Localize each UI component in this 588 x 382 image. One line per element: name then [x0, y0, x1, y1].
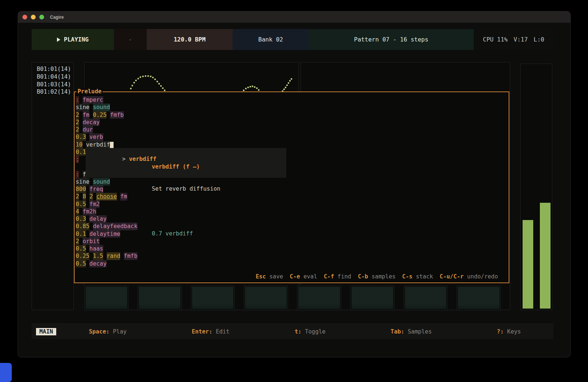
mode-badge: MAIN	[36, 328, 56, 335]
code-token: :	[76, 171, 79, 178]
editor-title: Prelude	[76, 88, 103, 95]
zoom-window-button[interactable]	[39, 15, 44, 19]
code-token: fm	[120, 193, 127, 200]
step-cell[interactable]	[457, 286, 500, 310]
code-token: fm2	[89, 201, 100, 208]
code-line: 0.5 fm2	[76, 201, 508, 208]
doc-spacer	[152, 208, 220, 215]
code-token: dur	[83, 126, 93, 133]
hint-key: Esc	[256, 273, 266, 280]
dock-item[interactable]	[0, 363, 12, 382]
bank-value: Bank 02	[258, 36, 283, 43]
code-token	[117, 193, 120, 200]
play-state-label: PLAYING	[64, 36, 89, 43]
close-window-button[interactable]	[22, 15, 27, 19]
code-line: sine sound	[76, 178, 508, 185]
code-line: 0.3 delay	[76, 215, 508, 223]
step-cell[interactable]	[191, 286, 234, 310]
hint-key: C-b	[358, 273, 368, 280]
code-token	[83, 141, 86, 148]
code-token	[86, 201, 89, 208]
doc-example: 0.7 verbdiff	[152, 230, 220, 237]
scope-dot	[130, 88, 132, 89]
pattern-slot[interactable]: B01:03(14)	[37, 81, 74, 89]
scope-dot	[250, 86, 251, 87]
code-token	[86, 193, 89, 200]
pattern-display[interactable]: Pattern 07 - 16 steps	[309, 29, 474, 50]
scope-dot	[145, 75, 146, 77]
hint-label: stack	[416, 273, 433, 280]
code-token: delayfeedback	[93, 223, 137, 230]
desktop: Cagire PLAYING - 120.0 BPM Bank 02 Patte…	[0, 0, 588, 382]
code-token: sine	[76, 178, 89, 185]
play-state-indicator[interactable]: PLAYING	[32, 29, 114, 50]
code-line: sine sound	[76, 104, 508, 111]
code-token: 0.85	[76, 223, 89, 230]
code-token	[89, 223, 93, 230]
hint-key: C-s	[402, 273, 412, 280]
step-cell[interactable]	[298, 286, 341, 310]
completion-item[interactable]: > verbdiff	[88, 148, 157, 170]
play-icon	[57, 37, 60, 42]
code-token: 2	[76, 126, 79, 133]
editor-hint: C-u/C-r undo/redo	[440, 273, 498, 280]
code-token: 0.3	[76, 133, 86, 141]
pattern-value: Pattern 07 - 16 steps	[354, 36, 428, 43]
code-line: 0.5 decay	[76, 260, 508, 267]
shortcut-label: Toggle	[305, 328, 326, 335]
bpm-display[interactable]: 120.0 BPM	[147, 29, 233, 50]
meter-panel	[520, 64, 552, 310]
step-cells	[85, 286, 500, 310]
pattern-slot[interactable]: B01:04(14)	[37, 73, 74, 81]
completion-popup: > verbdiff verbdiff (f —) Set reverb dif…	[86, 148, 286, 178]
step-cell[interactable]	[351, 286, 394, 310]
code-token	[89, 104, 93, 111]
completion-doc: verbdiff (f —) Set reverb diffusion 0.7 …	[152, 148, 220, 252]
code-lines[interactable]: : fmpercsine sound2 fm 0.25 fmfb2 decay2…	[76, 96, 508, 267]
scope-dot	[162, 87, 164, 89]
hint-key: C-u/C-r	[440, 273, 463, 280]
scope-dot	[283, 89, 285, 90]
code-line: 2 dur	[76, 126, 508, 133]
scope-dot	[152, 77, 154, 78]
statusbar-shortcut: Tab: Samples	[391, 328, 432, 335]
step-cell[interactable]	[404, 286, 447, 310]
editor-overlay[interactable]: Prelude : fmpercsine sound2 fm 0.25 fmfb…	[74, 91, 509, 283]
scope-dot	[154, 79, 156, 80]
cpu-usage: CPU 11%	[483, 36, 508, 43]
code-token: 800	[76, 185, 86, 193]
code-token: 2	[76, 193, 79, 200]
window-titlebar[interactable]: Cagire	[18, 11, 570, 23]
bank-display[interactable]: Bank 02	[233, 29, 309, 50]
code-token: orbit	[83, 238, 100, 245]
code-token	[86, 215, 89, 223]
code-token: 0.5	[76, 201, 86, 208]
scope-dot	[288, 82, 289, 84]
code-token: 2	[89, 193, 93, 200]
scope-dot	[157, 81, 158, 82]
code-token: 0.5	[76, 260, 86, 267]
pattern-slot[interactable]: B01:02(14)	[37, 88, 74, 96]
pattern-slot[interactable]: B01:01(14)	[37, 65, 74, 73]
code-token: delaytime	[89, 230, 120, 238]
step-cell[interactable]	[244, 286, 287, 310]
editor-hint: C-s stack	[402, 273, 433, 280]
doc-description: Set reverb diffusion	[152, 185, 220, 192]
code-token	[86, 260, 89, 267]
hint-label: undo/redo	[467, 273, 498, 280]
code-token: 0.1	[76, 148, 86, 156]
minimize-window-button[interactable]	[31, 15, 36, 19]
scope-dot	[258, 89, 259, 91]
selected-item-marker: >	[122, 156, 129, 162]
code-token: decay	[83, 119, 100, 126]
code-token: verb	[89, 133, 103, 141]
editor-hint: C-b samples	[358, 273, 396, 280]
code-token: :	[76, 96, 79, 104]
step-cell[interactable]	[138, 286, 181, 310]
shortcut-label: Edit	[216, 328, 229, 335]
step-cell[interactable]	[85, 286, 128, 310]
shortcut-label: Keys	[507, 328, 521, 335]
code-line: 0.85 delayfeedback	[76, 223, 508, 230]
shortcut-key: t:	[295, 328, 302, 335]
hint-key: C-f	[324, 273, 334, 280]
